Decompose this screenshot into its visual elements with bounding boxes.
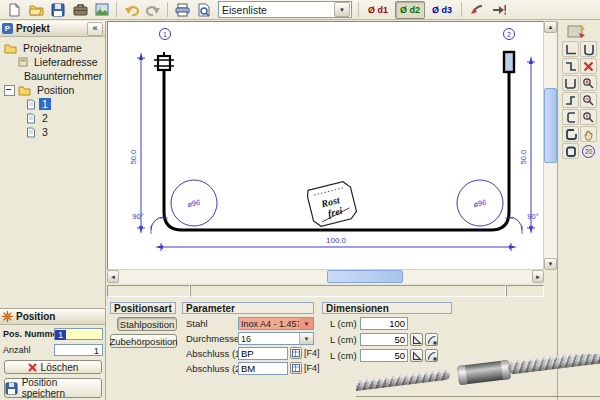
- bend-shape-c-button[interactable]: [562, 109, 579, 125]
- open-button[interactable]: [25, 0, 47, 19]
- scroll-left-icon[interactable]: ◄: [107, 270, 119, 283]
- dim-bottom-label: 100.0: [326, 236, 347, 245]
- zoom-in-button[interactable]: [580, 75, 597, 91]
- diameter-d1-button[interactable]: Ø d1: [363, 1, 393, 19]
- dimensionen-header: Dimensionen: [322, 302, 452, 314]
- vertical-scroll-thumb[interactable]: [544, 88, 557, 163]
- new-document-button[interactable]: [3, 0, 25, 19]
- toolbar-separator: [358, 2, 359, 17]
- dim-row2-angle-button[interactable]: [410, 333, 423, 346]
- preview-magnifier-icon: [197, 3, 211, 17]
- zoom-out-button[interactable]: [580, 92, 597, 108]
- collapse-panel-button[interactable]: «: [87, 22, 103, 36]
- tree-node-bauunternehmer[interactable]: Bauunternehmer: [18, 69, 105, 83]
- table-lookup-icon: [292, 349, 300, 357]
- rebar-left: [356, 370, 450, 393]
- tree-node-position-1[interactable]: 1: [26, 97, 105, 111]
- pos-number-input[interactable]: 1: [54, 328, 103, 340]
- bend-shape-l-button[interactable]: [562, 41, 579, 57]
- save-floppy-icon: [51, 3, 65, 17]
- u-shape-icon: [564, 77, 577, 90]
- save-button[interactable]: [47, 0, 69, 19]
- anzahl-input[interactable]: 1: [54, 344, 103, 356]
- tree-node-lieferadresse[interactable]: Lieferadresse: [18, 55, 105, 69]
- open-folder-icon: [29, 3, 44, 16]
- printer-icon: [175, 3, 190, 17]
- shape-manager-button[interactable]: [566, 23, 588, 41]
- anzahl-label: Anzahl: [3, 345, 31, 355]
- dim-row1-input[interactable]: [360, 317, 408, 330]
- horizontal-scroll-thumb[interactable]: [327, 270, 403, 283]
- abschluss1-input[interactable]: [238, 347, 288, 360]
- marker-start-label: 1: [163, 31, 167, 38]
- tree-node-label: Bauunternehmer: [21, 70, 105, 82]
- print-preview-button[interactable]: [193, 0, 215, 19]
- s-shape-icon: [564, 94, 577, 107]
- parameter-header: Parameter: [182, 302, 314, 314]
- abschluss2-lookup-button[interactable]: [290, 362, 302, 374]
- stahlposition-button[interactable]: Stahlposition: [117, 317, 177, 331]
- transfer-alert-button[interactable]: [487, 0, 509, 19]
- mandrel-left-label: ø96: [186, 198, 201, 210]
- durchmesser-label: Durchmesser: [186, 332, 243, 345]
- save-position-button[interactable]: Position speichern: [4, 378, 102, 398]
- mandrel-right-label: ø96: [472, 198, 487, 210]
- scroll-right-icon[interactable]: ►: [532, 270, 544, 283]
- durchmesser-select[interactable]: 16 ▼: [238, 332, 314, 345]
- abschluss2-input[interactable]: [238, 362, 288, 375]
- tree-node-position-folder[interactable]: Position: [4, 83, 105, 97]
- delete-shape-button[interactable]: [580, 58, 597, 74]
- page-icon: [26, 113, 36, 124]
- chevron-down-icon[interactable]: ▼: [334, 2, 350, 17]
- tree-node-label: Projektname: [20, 42, 85, 54]
- archive-button[interactable]: [69, 0, 91, 19]
- chevron-down-icon[interactable]: ▼: [299, 318, 313, 329]
- abschluss1-lookup-button[interactable]: [290, 347, 302, 359]
- redo-button[interactable]: [142, 0, 164, 19]
- tree-node-label: 3: [39, 126, 51, 138]
- bend-shape-rect-button[interactable]: [562, 143, 579, 159]
- angle-left-label: 90°: [132, 212, 143, 221]
- tree-node-projektname[interactable]: Projektname: [4, 41, 105, 55]
- picture-icon: [95, 3, 109, 16]
- status-cell-3: [506, 285, 544, 297]
- list-type-combobox[interactable]: Eisenliste ▼: [218, 1, 352, 18]
- delete-button[interactable]: Löschen: [4, 360, 102, 374]
- bend-shape-u-button[interactable]: [562, 75, 579, 91]
- dim-row2-input[interactable]: [360, 333, 408, 346]
- scroll-down-icon[interactable]: ▼: [544, 258, 557, 270]
- address-card-icon: [18, 57, 28, 67]
- tree-node-position-2[interactable]: 2: [26, 111, 105, 125]
- folder-icon: [4, 43, 17, 54]
- bend-shape-z-button[interactable]: [562, 58, 579, 74]
- redo-arrow-icon: [146, 3, 161, 17]
- horizontal-scrollbar[interactable]: ◄ ►: [107, 270, 544, 283]
- export-image-button[interactable]: [91, 0, 113, 19]
- collapse-expander-icon[interactable]: [4, 85, 15, 96]
- hook-shape-button[interactable]: [580, 41, 597, 57]
- pos-number-label: Pos. Nummer: [3, 329, 61, 339]
- stahl-select[interactable]: Inox A4 - 1.4571 ▼: [238, 317, 314, 330]
- z-shape-icon: [564, 60, 577, 73]
- vertical-scrollbar[interactable]: ▲ ▼: [544, 21, 557, 270]
- diameter-d3-button[interactable]: Ø d3: [427, 1, 457, 19]
- undo-button[interactable]: [120, 0, 142, 19]
- diameter-d2-button[interactable]: Ø d2: [395, 1, 425, 19]
- scroll-up-icon[interactable]: ▲: [544, 21, 557, 33]
- chevron-down-icon[interactable]: ▼: [299, 333, 313, 344]
- tree-node-label: 1: [39, 98, 51, 110]
- zubehoerposition-button[interactable]: Zubehörposition: [110, 334, 177, 348]
- zoom-actual-button[interactable]: [580, 109, 597, 125]
- dim-row3-label: L (cm): [330, 349, 357, 362]
- tree-node-position-3[interactable]: 3: [26, 125, 105, 139]
- dim-row2-bend-button[interactable]: [425, 333, 438, 346]
- transfer-in-button[interactable]: [465, 0, 487, 19]
- zoom-level-badge[interactable]: 20: [580, 143, 597, 159]
- print-button[interactable]: [171, 0, 193, 19]
- drawing-canvas[interactable]: 1 2 50.0 50.0: [107, 21, 544, 270]
- bend-shape-stirrup-button[interactable]: [562, 126, 579, 142]
- toolbar-separator: [461, 2, 462, 17]
- red-x-icon: [28, 363, 37, 372]
- bend-shape-s-button[interactable]: [562, 92, 579, 108]
- pan-hand-button[interactable]: [580, 126, 597, 142]
